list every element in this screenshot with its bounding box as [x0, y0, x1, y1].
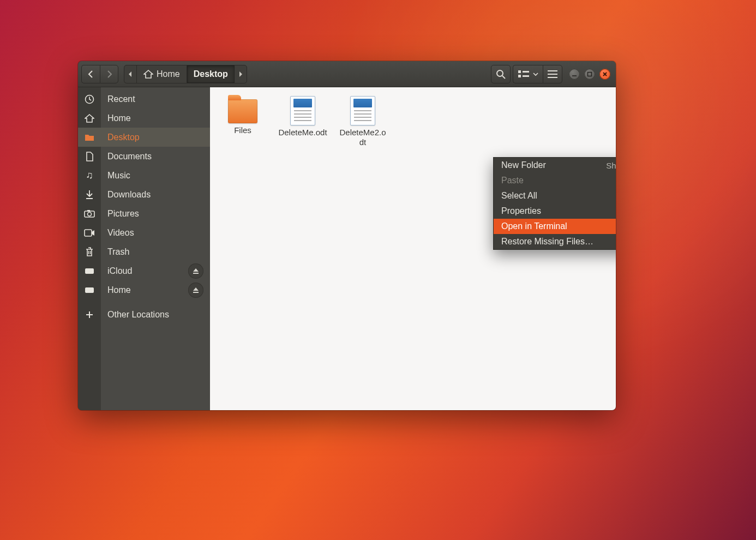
plus-icon	[78, 305, 101, 324]
svg-rect-12	[85, 287, 94, 293]
back-button[interactable]	[81, 65, 100, 83]
eject-button[interactable]	[188, 283, 203, 298]
menu-item-properties[interactable]: Properties Ctrl+I	[494, 203, 616, 219]
path-back-icon[interactable]	[124, 65, 136, 83]
menu-item-new-folder[interactable]: New Folder Shift+Ctrl+N	[494, 158, 616, 173]
sidebar-item-label: Home	[101, 285, 188, 295]
close-icon	[602, 71, 608, 77]
chevron-left-icon	[88, 70, 94, 78]
sidebar-item-label: Recent	[101, 94, 205, 104]
folder-icon	[78, 128, 101, 147]
path-forward-icon[interactable]	[235, 65, 247, 83]
svg-rect-3	[523, 71, 529, 73]
svg-rect-4	[523, 75, 529, 77]
document-icon	[78, 147, 101, 166]
close-button[interactable]	[599, 69, 610, 80]
path-segment-home[interactable]: Home	[136, 65, 187, 83]
chevron-down-icon	[533, 72, 538, 76]
menu-item-label: Open in Terminal	[501, 221, 567, 231]
sidebar-item-pictures[interactable]: Pictures	[101, 204, 210, 223]
eject-icon	[193, 268, 199, 274]
menu-item-label: Select All	[501, 191, 537, 201]
sidebar-item-label: Downloads	[101, 190, 205, 200]
file-item-odt[interactable]: DeleteMe.odt	[278, 93, 328, 147]
sidebar-item-videos[interactable]: Videos	[101, 223, 210, 242]
sidebar-item-icloud[interactable]: iCloud	[101, 261, 210, 280]
sidebar-item-documents[interactable]: Documents	[101, 147, 210, 166]
sidebar-item-label: Pictures	[101, 209, 205, 219]
file-label: Files	[234, 125, 251, 135]
trash-icon	[78, 242, 101, 261]
menu-item-open-terminal[interactable]: Open in Terminal	[494, 219, 616, 234]
sidebar-item-recent[interactable]: Recent	[101, 89, 210, 109]
search-icon	[496, 69, 506, 79]
window-body: Recent Home Desktop	[78, 87, 616, 410]
menu-item-label: Properties	[501, 206, 541, 216]
menu-item-shortcut: Shift+Ctrl+N	[606, 161, 616, 170]
odt-file-icon	[350, 96, 375, 125]
drive-icon	[78, 280, 101, 299]
nav-group	[81, 65, 118, 83]
sidebar-item-label: Other Locations	[101, 310, 205, 320]
path-segment-current[interactable]: Desktop	[187, 65, 235, 83]
menu-item-label: New Folder	[501, 160, 546, 170]
home-icon	[143, 70, 153, 79]
drive-icon	[78, 261, 101, 280]
search-button[interactable]	[491, 65, 511, 83]
titlebar: Home Desktop	[78, 61, 616, 87]
sidebar-item-desktop[interactable]: Desktop	[101, 128, 210, 147]
video-icon	[78, 223, 101, 242]
hamburger-menu-button[interactable]	[543, 65, 562, 83]
menu-item-paste: Paste Ctrl+V	[494, 173, 616, 188]
svg-point-8	[88, 212, 92, 216]
view-mode-button[interactable]	[513, 65, 543, 83]
file-manager-window: Home Desktop	[78, 61, 616, 410]
forward-button[interactable]	[100, 65, 118, 83]
camera-icon	[78, 204, 101, 223]
svg-rect-2	[518, 75, 521, 77]
folder-icon	[228, 99, 257, 123]
clock-icon	[78, 89, 101, 109]
svg-rect-11	[85, 268, 94, 274]
svg-rect-10	[85, 230, 92, 236]
sidebar-item-label: Trash	[101, 247, 205, 257]
svg-rect-5	[588, 72, 592, 76]
home-icon	[78, 109, 101, 128]
svg-rect-1	[518, 70, 521, 73]
sidebar-item-other-locations[interactable]: Other Locations	[101, 305, 210, 324]
minimize-button[interactable]	[569, 69, 580, 80]
pathbar: Home Desktop	[124, 65, 247, 83]
path-home-label: Home	[157, 69, 180, 79]
sidebar: Recent Home Desktop	[101, 87, 210, 410]
sidebar-item-music[interactable]: ♫ Music	[101, 166, 210, 185]
sidebar-item-label: Documents	[101, 152, 205, 161]
maximize-button[interactable]	[584, 69, 595, 80]
sidebar-item-label: Desktop	[101, 133, 205, 142]
download-icon	[78, 185, 101, 204]
sidebar-item-downloads[interactable]: Downloads	[101, 185, 210, 204]
list-view-icon	[518, 70, 530, 79]
sidebar-item-trash[interactable]: Trash	[101, 242, 210, 261]
sidebar-item-label: Music	[101, 171, 205, 181]
menu-item-label: Restore Missing Files…	[501, 237, 593, 247]
sidebar-item-label: Videos	[101, 228, 205, 238]
sidebar-item-home-drive[interactable]: Home	[101, 280, 210, 299]
content-area[interactable]: Files DeleteMe.odt DeleteMe2.odt New Fol…	[210, 87, 616, 410]
path-current-label: Desktop	[194, 69, 228, 79]
maximize-icon	[587, 71, 592, 77]
menu-item-restore-missing[interactable]: Restore Missing Files…	[494, 234, 616, 249]
file-item-odt[interactable]: DeleteMe2.odt	[338, 93, 388, 147]
svg-point-0	[497, 70, 503, 76]
odt-file-icon	[290, 96, 315, 125]
file-label: DeleteMe2.odt	[338, 128, 388, 147]
window-controls	[569, 69, 610, 80]
hamburger-icon	[548, 70, 557, 78]
context-menu: New Folder Shift+Ctrl+N Paste Ctrl+V Sel…	[493, 157, 616, 250]
menu-item-label: Paste	[501, 176, 524, 185]
sidebar-item-label: iCloud	[101, 266, 188, 276]
eject-button[interactable]	[188, 263, 203, 279]
view-group	[513, 65, 562, 83]
file-item-folder[interactable]: Files	[218, 93, 268, 147]
sidebar-item-home[interactable]: Home	[101, 109, 210, 128]
menu-item-select-all[interactable]: Select All Ctrl+A	[494, 188, 616, 203]
